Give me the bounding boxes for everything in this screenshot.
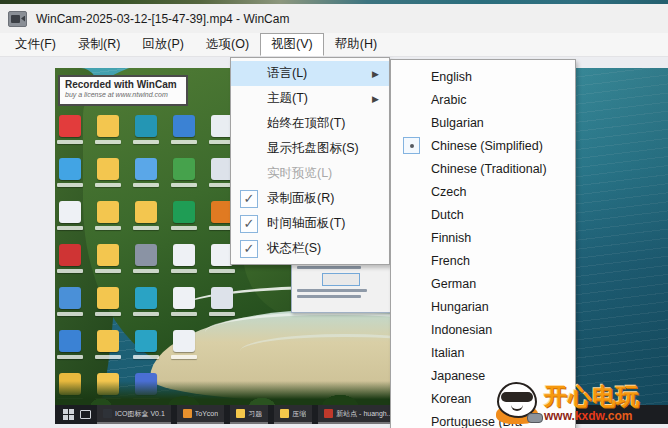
checkmark-icon: ✓ [240,215,258,233]
language-item-1[interactable]: Arabic [391,88,575,111]
recorded-desktop-icon [173,330,195,352]
recorded-desktop-icon [173,287,195,309]
view-menu-item-label: 语言(L) [267,65,307,82]
view-menu-item-0[interactable]: 语言(L)▶ [231,61,389,86]
title-bar[interactable]: WinCam-2025-03-12-[15-47-39].mp4 - WinCa… [0,4,668,33]
language-item-7[interactable]: Finnish [391,226,575,249]
kxdw-mascot-icon [494,381,540,425]
recorded-desktop-icon [173,158,195,180]
checkmark-icon: ✓ [240,240,258,258]
recorded-desktop-icon [97,330,119,352]
language-item-label: English [431,70,472,84]
recorded-dialog-button [322,273,360,286]
recorded-taskbar-button-2: 习题 [230,405,268,424]
recorded-desktop-icon [135,201,157,223]
recorded-desktop-icon [173,115,195,137]
recorded-desktop-icon [211,287,233,309]
language-item-9[interactable]: German [391,272,575,295]
kxdw-watermark-logo: 开心电玩 www.kxdw.com [494,380,666,426]
language-item-label: Bulgarian [431,116,484,130]
recorded-taskbar-button-label: 新站点 - huangh... [336,409,392,419]
view-menu-item-3[interactable]: 显示托盘图标(S) [231,136,389,161]
recorded-desktop-icon [59,158,81,180]
recorded-taskbar-button-label: 压缩 [292,409,306,419]
language-item-10[interactable]: Hungarian [391,295,575,318]
recorded-desktop-icon [59,244,81,266]
view-menu-dropdown: 语言(L)▶主题(T)▶始终在顶部(T)显示托盘图标(S)实时预览(L)✓录制面… [230,57,390,265]
recorded-desktop-icon [59,287,81,309]
language-item-label: French [431,254,470,268]
language-submenu: EnglishArabicBulgarianChinese (Simplifie… [390,59,576,428]
recorded-taskbar-button-label: ICO图标盒 V0.1 [115,409,165,419]
language-item-11[interactable]: Indonesian [391,318,575,341]
language-item-label: Chinese (Traditional) [431,162,547,176]
recorded-taskbar-app-icon [324,409,333,418]
recorded-desktop-icon [97,115,119,137]
language-item-label: German [431,277,476,291]
menubar-item-2[interactable]: 回放(P) [131,33,195,56]
recorded-desktop-icon [135,287,157,309]
recorded-taskbar-button-label: ToYcon [195,410,218,417]
language-item-12[interactable]: Italian [391,341,575,364]
recorded-desktop-icon [135,115,157,137]
selected-bullet-icon [403,137,420,154]
menubar-item-3[interactable]: 选项(O) [195,33,260,56]
language-item-label: Japanese [431,369,485,383]
recorded-desktop-icon [97,158,119,180]
view-menu-item-1[interactable]: 主题(T)▶ [231,86,389,111]
kxdw-logo-title: 开心电玩 [544,385,640,408]
submenu-arrow-icon: ▶ [372,94,379,104]
recorded-taskbar-button-3: 压缩 [274,405,312,424]
recorded-desktop-icon [135,330,157,352]
recorded-desktop-icon [135,244,157,266]
language-item-label: Indonesian [431,323,492,337]
wincam-trial-watermark: Recorded with WinCam buy a license at ww… [58,75,188,106]
view-menu-item-4[interactable]: 实时预览(L) [231,161,389,186]
recorded-desktop-icon [173,244,195,266]
language-item-label: Finnish [431,231,471,245]
recorded-desktop-icon [97,201,119,223]
recorded-taskbar-button-label: 习题 [248,409,262,419]
language-item-label: Hungarian [431,300,489,314]
view-menu-item-label: 实时预览(L) [267,165,332,182]
kxdw-logo-url: www.kxdw.com [544,410,640,422]
recorded-taskbar-app-icon [183,409,192,418]
recorded-taskbar-app-icon [103,409,112,418]
checkmark-icon: ✓ [240,190,258,208]
recorded-desktop-icon [97,287,119,309]
view-menu-item-label: 显示托盘图标(S) [267,140,359,157]
menubar-item-1[interactable]: 录制(R) [67,33,131,56]
watermark-line2: buy a license at www.ntwind.com [65,91,181,99]
view-menu-item-label: 始终在顶部(T) [267,115,345,132]
view-menu-item-2[interactable]: 始终在顶部(T) [231,111,389,136]
recorded-taskbar-app-icon [236,409,245,418]
recorded-desktop-icon [59,201,81,223]
window-title: WinCam-2025-03-12-[15-47-39].mp4 - WinCa… [36,12,289,26]
language-item-5[interactable]: Czech [391,180,575,203]
language-item-0[interactable]: English [391,65,575,88]
language-item-8[interactable]: French [391,249,575,272]
language-item-label: Korean [431,392,471,406]
menu-bar: 文件(F)录制(R)回放(P)选项(O)视图(V)帮助(H) [0,33,668,57]
language-item-3[interactable]: Chinese (Simplified) [391,134,575,157]
recorded-desktop-icon [97,244,119,266]
language-item-6[interactable]: Dutch [391,203,575,226]
app-camera-icon [8,11,27,27]
language-item-label: Dutch [431,208,464,222]
recorded-taskbar-button-0: ICO图标盒 V0.1 [97,405,171,424]
language-item-label: Chinese (Simplified) [431,139,543,153]
language-item-2[interactable]: Bulgarian [391,111,575,134]
menubar-item-5[interactable]: 帮助(H) [324,33,388,56]
language-item-label: Italian [431,346,464,360]
view-menu-item-label: 录制面板(R) [267,190,334,207]
view-menu-item-label: 状态栏(S) [267,240,321,257]
recorded-desktop-icon [173,201,195,223]
view-menu-item-6[interactable]: ✓时间轴面板(T) [231,211,389,236]
language-item-4[interactable]: Chinese (Traditional) [391,157,575,180]
recorded-start-icon [63,409,74,420]
menubar-item-0[interactable]: 文件(F) [4,33,67,56]
view-menu-item-7[interactable]: ✓状态栏(S) [231,236,389,261]
view-menu-item-5[interactable]: ✓录制面板(R) [231,186,389,211]
menubar-item-4[interactable]: 视图(V) [260,33,324,56]
recorded-desktop-icon [59,115,81,137]
